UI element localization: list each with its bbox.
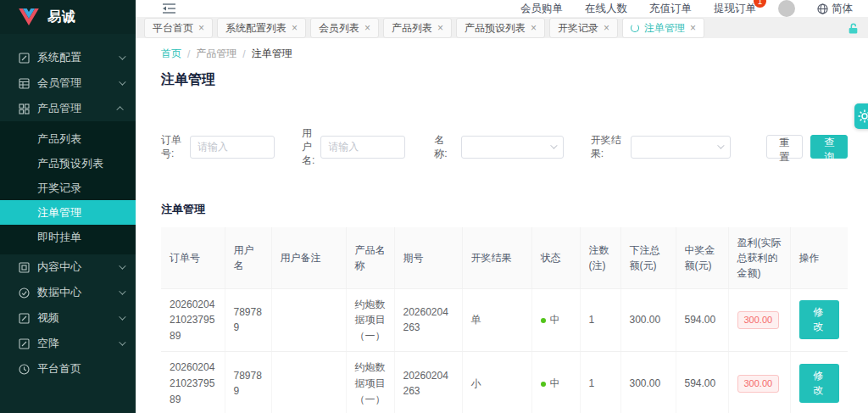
nav-online-users[interactable]: 在线人数: [585, 2, 627, 16]
sidebar-item-label: 产品管理: [37, 101, 119, 116]
cell-period: 20260204263: [394, 288, 462, 352]
cell-product: 约炮数据项目（一）: [346, 352, 394, 413]
edit-square-icon: [19, 53, 30, 64]
tab-bet-management[interactable]: 注单管理×: [622, 18, 704, 38]
breadcrumb-current: 注单管理: [252, 47, 292, 61]
result-select[interactable]: [631, 136, 731, 159]
settings-panel-toggle[interactable]: [854, 103, 868, 129]
profit-badge: 300.00: [737, 311, 780, 329]
top-header: 会员购单 在线人数 充值订单 提现订单 1 简体: [136, 0, 868, 18]
chevron-down-icon: [550, 142, 557, 149]
filter-bar: 订单号: 用户名: 名称: 开奖结果: 重 置 查 询: [161, 126, 848, 168]
chevron-down-icon: [119, 287, 125, 294]
tab-label: 系统配置列表: [225, 21, 287, 36]
unlock-icon[interactable]: [847, 22, 860, 35]
sidebar-item-content-center[interactable]: 内容中心: [0, 254, 136, 280]
grid-icon: [19, 103, 30, 114]
status-dot-win: [541, 318, 546, 323]
cell-profit: 300.00: [728, 288, 790, 352]
username-input[interactable]: [320, 136, 405, 159]
tab-product-preset-list[interactable]: 产品预设列表×: [456, 18, 545, 38]
sidebar-collapse-icon[interactable]: [163, 3, 176, 14]
order-no-input[interactable]: [190, 136, 275, 159]
profit-badge: 300.00: [737, 375, 780, 393]
sidebar-item-product-list[interactable]: 产品列表: [0, 126, 136, 151]
cell-result: 小: [462, 352, 531, 413]
sidebar-item-airdrop[interactable]: 空降: [0, 331, 136, 356]
table-row: 202602042102379589 789789 约炮数据项目（一） 2026…: [161, 352, 848, 413]
circle-check-icon: [19, 287, 30, 299]
sidebar-item-product-preset-list[interactable]: 产品预设列表: [0, 151, 136, 176]
avatar[interactable]: [778, 0, 795, 17]
sidebar-item-platform-home[interactable]: 平台首页: [0, 356, 136, 382]
sidebar-item-bet-management[interactable]: 注单管理: [0, 200, 136, 225]
col-bets: 注数(注): [580, 227, 620, 289]
tab-bar: 平台首页× 系统配置列表× 会员列表× 产品列表× 产品预设列表× 开奖记录× …: [136, 18, 868, 38]
chevron-down-icon: [119, 53, 125, 59]
cell-order-no: 202602042102379589: [161, 288, 225, 352]
language-label: 简体: [832, 2, 853, 16]
reset-button[interactable]: 重 置: [766, 135, 804, 159]
col-remark: 用户备注: [271, 227, 346, 289]
nav-member-orders[interactable]: 会员购单: [520, 2, 563, 16]
app-window: 易诚 系统配置 会员管理 产品管理 产品列表 产品预设列表 开奖记录: [0, 0, 868, 413]
tab-lottery-records[interactable]: 开奖记录×: [549, 18, 618, 38]
status-text: 中: [550, 377, 560, 389]
result-label: 开奖结果:: [591, 133, 625, 160]
close-icon[interactable]: ×: [604, 22, 609, 34]
close-icon[interactable]: ×: [198, 22, 204, 34]
col-username: 用户名: [225, 227, 271, 289]
col-status: 状态: [531, 227, 580, 289]
sidebar-item-video[interactable]: 视频: [0, 305, 136, 331]
clock-icon: [19, 364, 30, 375]
edit-square-icon: [19, 338, 30, 349]
close-icon[interactable]: ×: [531, 22, 537, 34]
sidebar-item-realtime-bets[interactable]: 即时挂单: [0, 225, 136, 249]
loading-spinner-icon: [631, 24, 639, 32]
tab-member-list[interactable]: 会员列表×: [310, 18, 379, 38]
cell-username: 789789: [225, 288, 271, 352]
chevron-down-icon: [119, 262, 125, 269]
close-icon[interactable]: ×: [437, 22, 443, 34]
sidebar: 易诚 系统配置 会员管理 产品管理 产品列表 产品预设列表 开奖记录: [0, 0, 136, 413]
table-icon: [19, 78, 30, 89]
nav-withdraw-orders[interactable]: 提现订单 1: [714, 2, 756, 16]
page-content: 首页 / 产品管理 / 注单管理 注单管理 订单号: 用户名: 名称:: [136, 38, 868, 413]
cell-result: 单: [462, 288, 531, 352]
content-icon: [19, 262, 30, 273]
edit-square-icon: [19, 313, 30, 324]
cell-status: 中: [531, 288, 580, 352]
breadcrumb-section[interactable]: 产品管理: [196, 47, 236, 61]
search-button[interactable]: 查 询: [810, 135, 848, 159]
col-order-no: 订单号: [161, 227, 225, 289]
sidebar-item-product-management[interactable]: 产品管理: [0, 96, 136, 121]
withdraw-count-badge: 1: [754, 0, 766, 8]
nav-recharge-orders[interactable]: 充值订单: [649, 2, 692, 16]
order-no-label: 订单号:: [161, 133, 184, 160]
breadcrumb-home[interactable]: 首页: [161, 47, 181, 61]
sidebar-menu: 系统配置 会员管理 产品管理 产品列表 产品预设列表 开奖记录 注单管理 即时挂…: [0, 34, 136, 382]
chevron-down-icon: [119, 78, 125, 85]
sidebar-item-data-center[interactable]: 数据中心: [0, 280, 136, 305]
bets-table: 订单号 用户名 用户备注 产品名称 期号 开奖结果 状态 注数(注) 下注总额(…: [161, 227, 848, 413]
brand-logo[interactable]: 易诚: [0, 0, 136, 34]
col-total: 下注总额(元): [620, 227, 676, 289]
sidebar-item-lottery-records[interactable]: 开奖记录: [0, 176, 136, 200]
close-icon[interactable]: ×: [690, 22, 696, 34]
close-icon[interactable]: ×: [292, 22, 298, 34]
tab-label: 开奖记录: [558, 21, 598, 36]
tab-platform-home[interactable]: 平台首页×: [144, 18, 213, 38]
tab-system-config-list[interactable]: 系统配置列表×: [217, 18, 306, 38]
sidebar-item-member-management[interactable]: 会员管理: [0, 70, 136, 96]
edit-button[interactable]: 修 改: [799, 300, 840, 339]
tab-product-list[interactable]: 产品列表×: [383, 18, 452, 38]
close-icon[interactable]: ×: [364, 22, 370, 34]
col-profit: 盈利(实际总获利的金额): [728, 227, 790, 289]
cell-actions: 修 改: [790, 288, 848, 352]
cell-remark: [271, 352, 346, 413]
edit-button[interactable]: 修 改: [799, 364, 840, 403]
sidebar-item-system-config[interactable]: 系统配置: [0, 45, 136, 70]
language-switcher[interactable]: 简体: [817, 2, 853, 16]
name-select[interactable]: [461, 136, 563, 159]
gear-icon: [858, 109, 868, 123]
